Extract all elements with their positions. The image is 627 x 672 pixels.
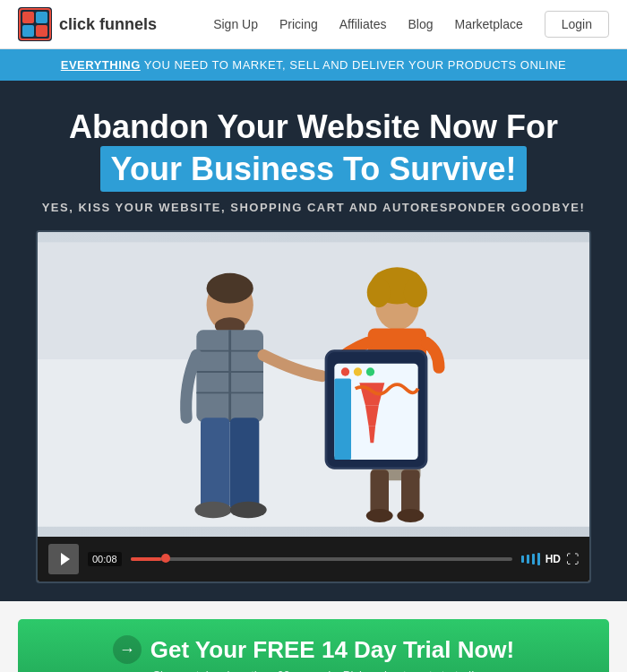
nav-signup[interactable]: Sign Up xyxy=(213,17,258,31)
hero-section: Abandon Your Website Now For Your Busine… xyxy=(0,81,627,601)
svg-rect-2 xyxy=(22,12,34,23)
banner-text: YOU NEED TO MARKET, SELL AND DELIVER YOU… xyxy=(141,58,566,72)
logo-text: click funnels xyxy=(59,15,157,34)
cta-arrow-icon: → xyxy=(113,635,142,664)
quality-bar-4 xyxy=(537,553,540,565)
svg-point-19 xyxy=(230,502,267,519)
svg-rect-5 xyxy=(36,25,47,37)
svg-point-23 xyxy=(404,278,427,308)
nav-links: Sign Up Pricing Affiliates Blog Marketpl… xyxy=(213,11,609,38)
quality-bar-2 xyxy=(527,555,529,564)
progress-dot xyxy=(161,554,170,563)
fullscreen-icon[interactable]: ⛶ xyxy=(566,552,579,566)
nav-pricing[interactable]: Pricing xyxy=(279,17,318,31)
progress-fill xyxy=(131,557,161,561)
svg-rect-4 xyxy=(22,25,34,37)
video-thumbnail[interactable] xyxy=(38,232,589,537)
logo-area: click funnels xyxy=(18,7,213,41)
navbar: click funnels Sign Up Pricing Affiliates… xyxy=(0,0,627,49)
logo-icon xyxy=(18,7,52,41)
svg-rect-7 xyxy=(38,359,589,527)
cta-label: Get Your FREE 14 Day Trial Now! xyxy=(150,636,514,664)
svg-point-9 xyxy=(207,273,253,304)
top-banner: EVERYTHING YOU NEED TO MARKET, SELL AND … xyxy=(0,49,627,81)
svg-rect-3 xyxy=(36,12,47,23)
hero-title-line1: Abandon Your Website Now For xyxy=(69,108,558,145)
cta-main-text: → Get Your FREE 14 Day Trial Now! xyxy=(36,635,591,664)
svg-point-33 xyxy=(341,368,349,376)
nav-blog[interactable]: Blog xyxy=(408,17,433,31)
quality-badge xyxy=(521,553,540,565)
hero-subtitle: YES, KISS YOUR WEBSITE, SHOPPING CART AN… xyxy=(36,201,591,214)
quality-bar-3 xyxy=(532,554,535,564)
quality-bar-1 xyxy=(521,556,524,563)
svg-point-35 xyxy=(366,368,374,376)
cta-sub-text: Sign-up takes less than 60 seconds. Pick… xyxy=(36,668,591,672)
login-button[interactable]: Login xyxy=(545,11,609,38)
svg-point-18 xyxy=(194,502,231,519)
svg-rect-27 xyxy=(370,470,389,516)
video-scene-svg xyxy=(38,232,589,537)
banner-highlight: EVERYTHING xyxy=(61,58,141,72)
cta-button[interactable]: → Get Your FREE 14 Day Trial Now! Sign-u… xyxy=(18,619,609,672)
svg-point-30 xyxy=(397,509,424,522)
svg-rect-28 xyxy=(401,470,420,516)
nav-marketplace[interactable]: Marketplace xyxy=(454,17,522,31)
video-container: 00:08 HD ⛶ xyxy=(36,230,591,583)
svg-rect-17 xyxy=(230,418,260,511)
play-button[interactable] xyxy=(48,544,79,574)
svg-point-34 xyxy=(354,368,362,376)
hero-title: Abandon Your Website Now For Your Busine… xyxy=(36,108,591,192)
svg-point-29 xyxy=(366,509,393,522)
video-wrapper[interactable]: 00:08 HD ⛶ xyxy=(36,230,591,583)
hd-label: HD xyxy=(545,553,561,565)
svg-point-22 xyxy=(367,278,391,308)
play-icon xyxy=(61,553,70,565)
svg-rect-16 xyxy=(201,418,230,511)
nav-affiliates[interactable]: Affiliates xyxy=(339,17,387,31)
cta-section: → Get Your FREE 14 Day Trial Now! Sign-u… xyxy=(0,601,627,672)
right-controls: HD ⛶ xyxy=(521,552,579,566)
video-controls: 00:08 HD ⛶ xyxy=(38,537,589,582)
time-display: 00:08 xyxy=(88,552,122,566)
svg-rect-39 xyxy=(334,379,351,461)
progress-bar[interactable] xyxy=(131,557,512,561)
hero-title-highlight: Your Business To Survive! xyxy=(100,146,528,192)
